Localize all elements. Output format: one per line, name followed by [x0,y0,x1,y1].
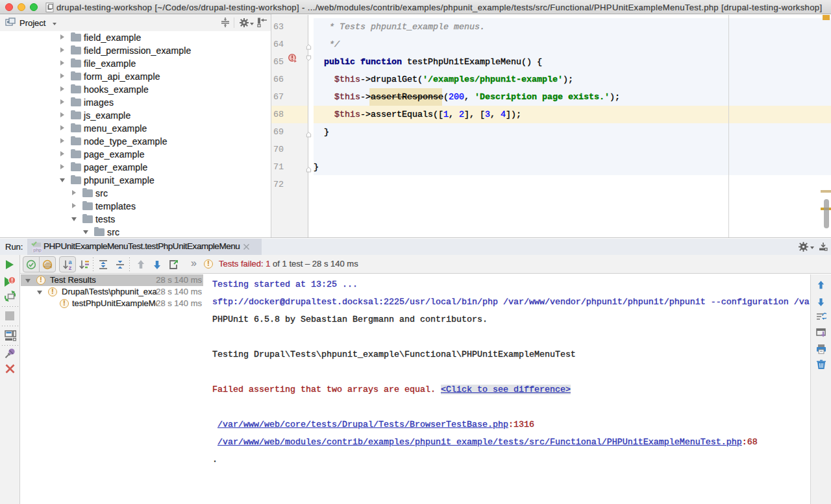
svg-text:php: php [33,247,42,253]
svg-text:z: z [69,265,72,270]
